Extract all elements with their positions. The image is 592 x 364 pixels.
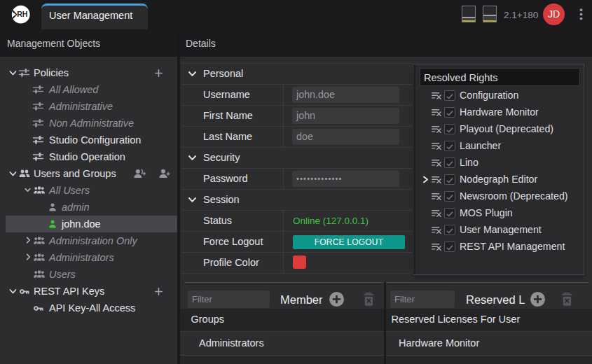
svg-text:RH: RH xyxy=(17,10,27,18)
